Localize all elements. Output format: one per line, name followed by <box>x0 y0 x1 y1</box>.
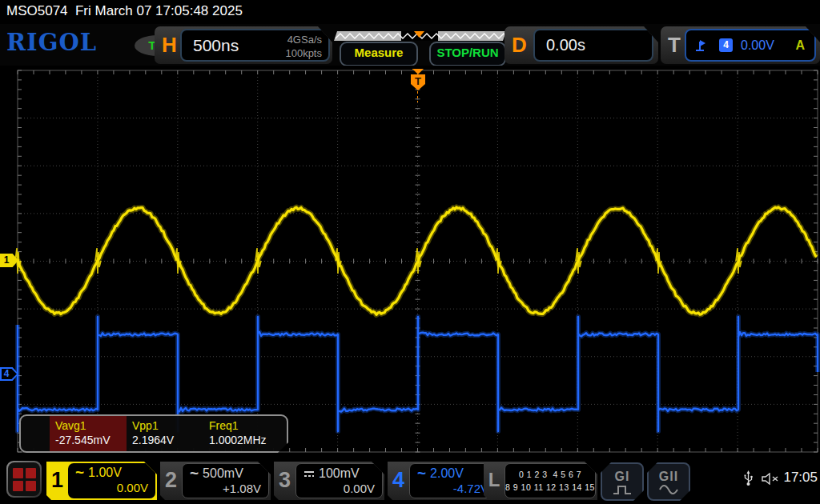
channel-1-scale: 1.00V <box>88 466 122 480</box>
trigger-position-marker[interactable]: T <box>408 69 428 101</box>
pulse-wave-icon <box>612 485 633 494</box>
usb-icon <box>743 470 754 486</box>
horizontal-key-label: H <box>162 33 177 58</box>
delay-value: 0.00s <box>546 36 585 54</box>
sine-wave-icon <box>658 485 679 494</box>
measurement-item-vpp[interactable]: Vpp1 2.1964V <box>127 416 203 451</box>
acquisition-readout: 4GSa/s 100kpts <box>285 33 322 60</box>
logic-channels-row2: 8 9 10 11 12 13 14 15 <box>505 481 595 494</box>
trigger-edge-icon <box>694 38 708 52</box>
oscilloscope-screen: MSO5074 Fri March 07 17:05:48 2025 RIGOL… <box>0 0 820 504</box>
logic-analyzer-button[interactable]: L 0 1 2 3 4 5 6 7 8 9 10 11 12 13 14 15 <box>484 462 597 500</box>
trigger-readout: 4 0.00V A <box>685 29 816 62</box>
trigger-settings-button[interactable]: T 4 0.00V A <box>661 26 820 64</box>
menu-button[interactable] <box>6 461 42 498</box>
horizontal-readout: 500ns 4GSa/s 100kpts <box>180 29 330 62</box>
rigol-logo: RIGOL <box>6 29 97 56</box>
measurement-item-vavg[interactable]: Vavg1 -27.545mV <box>50 416 127 451</box>
channel-4-button[interactable]: 4 ~ 2.00V -4.72V <box>388 462 498 500</box>
memory-bar-graphic <box>334 31 506 42</box>
channel-3-dc-coupling-icon <box>303 470 315 478</box>
horizontal-settings-button[interactable]: H 500ns 4GSa/s 100kpts <box>155 26 332 64</box>
trigger-level-value: 0.00V <box>741 38 774 53</box>
channel-2-offset: +1.08V <box>183 482 268 495</box>
timebase-value: 500ns <box>193 36 239 55</box>
channel-2-scale: 500mV <box>203 466 243 481</box>
channel-1-offset-marker[interactable]: 1 <box>0 254 18 267</box>
channel-4-offset-marker[interactable]: 4 <box>0 367 18 381</box>
channel-1-button[interactable]: 1 ~ 1.00V 0.00V <box>46 462 157 500</box>
channel-3-offset: 0.00V <box>296 482 382 495</box>
trigger-marker-flag: T <box>411 74 425 90</box>
trigger-key-label: T <box>668 33 681 58</box>
measurement-item-freq[interactable]: Freq1 1.0002MHz <box>203 416 283 451</box>
waveform-canvas[interactable] <box>0 66 820 458</box>
trigger-sweep-mode: A <box>795 38 805 53</box>
menu-grid-icon <box>8 462 40 496</box>
run-stop-button[interactable]: STOP/RUN <box>429 42 506 66</box>
generator1-button[interactable]: GI <box>601 462 644 501</box>
memory-depth: 100kpts <box>285 46 322 60</box>
waveform-display[interactable]: T 1 4 Vavg1 -27.545mV Vpp1 2.1964V Freq1… <box>0 66 820 458</box>
channel-3-scale: 100mV <box>319 466 360 481</box>
generator2-button[interactable]: GII <box>647 462 690 501</box>
channel-4-scale: 2.00V <box>430 466 464 481</box>
channel-2-button[interactable]: 2 ~ 500mV +1.08V <box>160 462 271 500</box>
model-and-datetime: MSO5074 Fri March 07 17:05:48 2025 <box>6 3 243 19</box>
title-bar: MSO5074 Fri March 07 17:05:48 2025 <box>0 0 820 24</box>
clock-text: 17:05 <box>783 470 818 486</box>
sample-rate: 4GSa/s <box>285 33 322 46</box>
channel-3-button[interactable]: 3 100mV 0.00V <box>274 462 384 500</box>
speaker-muted-icon <box>761 473 780 485</box>
measurement-panel: Vavg1 -27.545mV Vpp1 2.1964V Freq1 1.000… <box>19 414 288 453</box>
channel-4-ac-coupling-icon: ~ <box>417 469 426 478</box>
measure-button[interactable]: Measure <box>340 42 418 66</box>
channel-1-offset: 0.00V <box>68 481 155 494</box>
logic-channels-row1: 0 1 2 3 4 5 6 7 <box>505 468 595 481</box>
channel-4-offset: -4.72V <box>410 482 496 495</box>
channel-2-ac-coupling-icon: ~ <box>190 469 199 478</box>
delay-settings-button[interactable]: D 0.00s <box>504 26 658 64</box>
delay-key-label: D <box>512 33 527 58</box>
channel-1-ac-coupling-icon: ~ <box>75 468 84 478</box>
header-bar: RIGOL T'D H 500ns 4GSa/s 100kpts Measure… <box>0 24 820 66</box>
trigger-source-badge: 4 <box>719 38 733 52</box>
delay-readout: 0.00s <box>533 29 653 62</box>
bottom-bar: 1 ~ 1.00V 0.00V 2 ~ 500mV +1.08V 3 <box>0 458 820 504</box>
